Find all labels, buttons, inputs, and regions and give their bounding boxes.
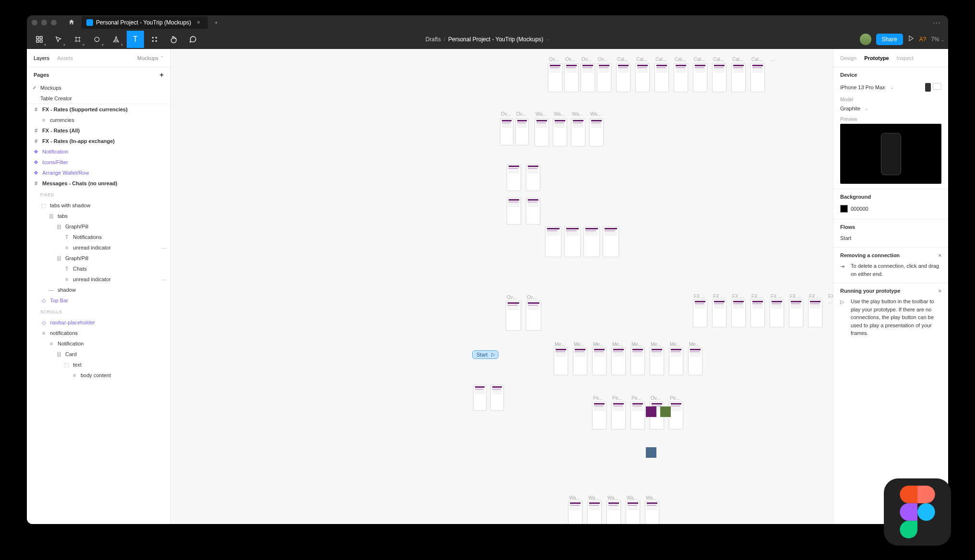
frame-label[interactable]: Ov...	[565, 57, 575, 62]
layer-row[interactable]: ≡notifications	[27, 328, 170, 338]
color-swatch[interactable]	[840, 205, 848, 213]
frame-label[interactable]: Wa...	[607, 495, 618, 500]
frame-thumbnail[interactable]	[630, 402, 645, 429]
frame-label[interactable]: Me...	[631, 342, 642, 347]
layer-row[interactable]: ≡Notification	[27, 338, 170, 349]
frame-thumbnail[interactable]	[611, 402, 626, 429]
frame-thumbnail[interactable]	[581, 63, 595, 92]
tab-design[interactable]: Design	[840, 55, 856, 61]
frame-thumbnail[interactable]	[526, 164, 540, 191]
new-tab-button[interactable]: +	[212, 18, 220, 27]
frame-thumbnail[interactable]	[611, 347, 626, 375]
layer-row[interactable]: —shadow	[27, 285, 170, 295]
image-thumbnail[interactable]	[646, 447, 656, 458]
frame-label[interactable]: ...	[771, 57, 774, 62]
close-icon[interactable]: ×	[939, 252, 941, 258]
frame-thumbnail[interactable]	[573, 347, 587, 375]
frame-label[interactable]: Me...	[612, 342, 623, 347]
frame-thumbnail[interactable]	[473, 385, 487, 411]
chevron-down-icon[interactable]: ⌄	[546, 37, 549, 41]
frame-label[interactable]: Ov...	[507, 295, 516, 300]
menu-button[interactable]	[31, 31, 48, 48]
frame-thumbnail[interactable]	[674, 63, 688, 92]
frame-thumbnail[interactable]	[808, 299, 822, 327]
frame-thumbnail[interactable]	[597, 63, 611, 92]
layer-row[interactable]: ⬚text	[27, 359, 170, 370]
comment-tool[interactable]	[184, 31, 202, 48]
layer-row[interactable]: #FX - Rates (In-app exchange)	[27, 136, 170, 146]
frame-label[interactable]: Cal...	[617, 57, 628, 62]
frame-label[interactable]: Ov...	[549, 57, 559, 62]
frame-thumbnail[interactable]	[712, 299, 726, 327]
frame-thumbnail[interactable]	[587, 501, 602, 524]
visibility-toggle[interactable]: —	[161, 245, 166, 250]
frame-label[interactable]: Pe...	[593, 395, 603, 401]
frame-thumbnail[interactable]	[616, 63, 630, 92]
home-icon[interactable]	[65, 17, 78, 28]
landscape-button[interactable]	[933, 83, 941, 90]
hand-tool[interactable]	[165, 31, 182, 48]
frame-thumbnail[interactable]	[669, 347, 683, 375]
layer-row[interactable]: ≡currencies	[27, 115, 170, 125]
frame-label[interactable]: Wa...	[554, 111, 565, 117]
frame-thumbnail[interactable]	[731, 299, 746, 327]
tab-layers[interactable]: Layers	[34, 55, 49, 61]
visibility-toggle[interactable]: —	[161, 276, 166, 282]
frame-label[interactable]: Me...	[574, 342, 584, 347]
frame-label[interactable]: Ov...	[501, 111, 511, 117]
page-selector[interactable]: Mockups ⌃	[137, 55, 164, 61]
frame-thumbnail[interactable]	[589, 119, 604, 146]
flow-item[interactable]: Start	[840, 234, 941, 242]
present-icon[interactable]	[908, 35, 915, 43]
frame-label[interactable]: Cal...	[713, 57, 724, 62]
frame-label[interactable]: Wa...	[646, 495, 657, 500]
frame-label[interactable]: FX ...	[713, 294, 725, 299]
page-item[interactable]: Table Creator	[27, 93, 170, 104]
frame-label[interactable]: Me...	[651, 342, 661, 347]
image-thumbnail[interactable]	[660, 406, 671, 417]
tab-assets[interactable]: Assets	[57, 55, 73, 61]
frame-label[interactable]: Me...	[689, 342, 700, 347]
frame-label[interactable]: Cal...	[694, 57, 705, 62]
frame-label[interactable]: FX ...	[751, 294, 763, 299]
frame-thumbnail[interactable]	[507, 164, 521, 191]
frame-label[interactable]: Pe...	[670, 395, 680, 401]
frame-thumbnail[interactable]	[554, 347, 568, 375]
layer-row[interactable]: ❖Notification	[27, 146, 170, 157]
frame-label[interactable]: Cal...	[636, 57, 647, 62]
frame-thumbnail[interactable]	[564, 63, 579, 92]
frame-thumbnail[interactable]	[669, 402, 683, 429]
layer-row[interactable]: ⬚tabs with shadow	[27, 200, 170, 211]
avatar[interactable]	[860, 34, 871, 45]
frame-thumbnail[interactable]	[571, 119, 585, 146]
layer-row[interactable]: ≡unread indicator—	[27, 274, 170, 285]
layer-row[interactable]: #Messages - Chats (no unread)	[27, 178, 170, 189]
frame-label[interactable]: FX ...	[771, 294, 782, 299]
frame-thumbnail[interactable]	[535, 119, 549, 146]
device-selector[interactable]: iPhone 13 Pro Max⌄	[840, 82, 941, 93]
frame-label[interactable]: Pe...	[631, 395, 642, 401]
layer-row[interactable]: |||tabs	[27, 211, 170, 221]
frame-thumbnail[interactable]	[564, 226, 581, 257]
resources-tool[interactable]	[146, 31, 163, 48]
frame-thumbnail[interactable]	[635, 63, 650, 92]
frame-thumbnail[interactable]	[650, 347, 664, 375]
frame-thumbnail[interactable]	[500, 119, 513, 145]
layer-row[interactable]: ◇Top Bar	[27, 295, 170, 306]
layer-row[interactable]: TNotifications	[27, 232, 170, 242]
frame-thumbnail[interactable]	[693, 299, 707, 327]
frame-label[interactable]: Pe...	[612, 395, 622, 401]
frame-label[interactable]: Cal...	[751, 57, 762, 62]
layer-row[interactable]: TChats	[27, 263, 170, 274]
layer-row[interactable]: ≡body content	[27, 370, 170, 381]
frame-thumbnail[interactable]	[548, 63, 562, 92]
missing-fonts-badge[interactable]: A?	[919, 36, 927, 43]
frame-thumbnail[interactable]	[507, 198, 521, 225]
frame-label[interactable]: Wa...	[569, 495, 580, 500]
pen-tool[interactable]	[107, 31, 125, 48]
frame-thumbnail[interactable]	[712, 63, 726, 92]
tab-inspect[interactable]: Inspect	[897, 55, 914, 61]
breadcrumb-root[interactable]: Drafts	[426, 36, 441, 43]
frame-thumbnail[interactable]	[526, 198, 540, 225]
frame-thumbnail[interactable]	[592, 347, 606, 375]
